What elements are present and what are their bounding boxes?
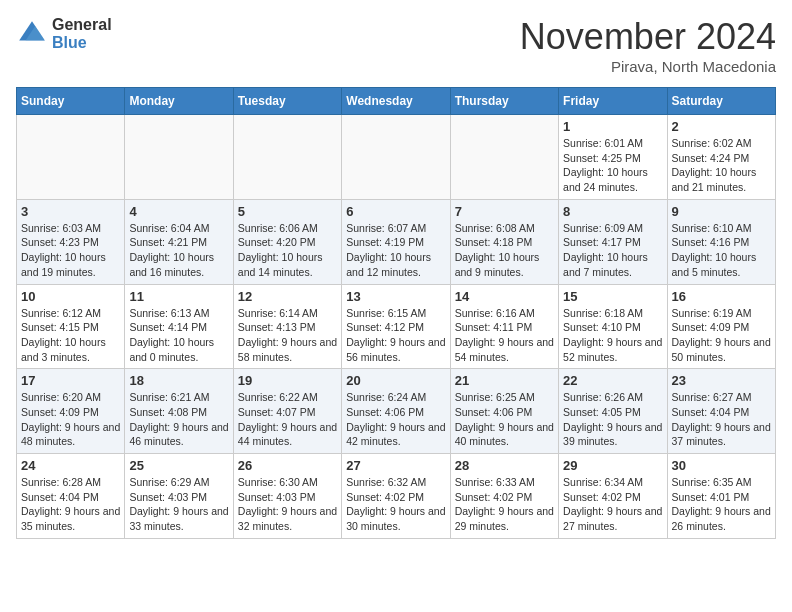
day-info: Sunrise: 6:14 AM Sunset: 4:13 PM Dayligh… bbox=[238, 306, 337, 365]
calendar-week-row: 24Sunrise: 6:28 AM Sunset: 4:04 PM Dayli… bbox=[17, 454, 776, 539]
calendar-week-row: 1Sunrise: 6:01 AM Sunset: 4:25 PM Daylig… bbox=[17, 115, 776, 200]
day-info: Sunrise: 6:10 AM Sunset: 4:16 PM Dayligh… bbox=[672, 221, 771, 280]
day-number: 23 bbox=[672, 373, 771, 388]
calendar-cell bbox=[125, 115, 233, 200]
calendar-header-row: SundayMondayTuesdayWednesdayThursdayFrid… bbox=[17, 88, 776, 115]
day-number: 14 bbox=[455, 289, 554, 304]
calendar-cell: 13Sunrise: 6:15 AM Sunset: 4:12 PM Dayli… bbox=[342, 284, 450, 369]
day-info: Sunrise: 6:01 AM Sunset: 4:25 PM Dayligh… bbox=[563, 136, 662, 195]
calendar-cell: 19Sunrise: 6:22 AM Sunset: 4:07 PM Dayli… bbox=[233, 369, 341, 454]
calendar-cell: 18Sunrise: 6:21 AM Sunset: 4:08 PM Dayli… bbox=[125, 369, 233, 454]
calendar-cell: 23Sunrise: 6:27 AM Sunset: 4:04 PM Dayli… bbox=[667, 369, 775, 454]
day-number: 9 bbox=[672, 204, 771, 219]
calendar-cell bbox=[17, 115, 125, 200]
month-title: November 2024 bbox=[520, 16, 776, 58]
day-number: 25 bbox=[129, 458, 228, 473]
day-info: Sunrise: 6:03 AM Sunset: 4:23 PM Dayligh… bbox=[21, 221, 120, 280]
day-number: 5 bbox=[238, 204, 337, 219]
day-number: 8 bbox=[563, 204, 662, 219]
calendar-cell: 2Sunrise: 6:02 AM Sunset: 4:24 PM Daylig… bbox=[667, 115, 775, 200]
day-info: Sunrise: 6:30 AM Sunset: 4:03 PM Dayligh… bbox=[238, 475, 337, 534]
calendar-table: SundayMondayTuesdayWednesdayThursdayFrid… bbox=[16, 87, 776, 539]
calendar-cell: 20Sunrise: 6:24 AM Sunset: 4:06 PM Dayli… bbox=[342, 369, 450, 454]
calendar-cell bbox=[450, 115, 558, 200]
day-info: Sunrise: 6:07 AM Sunset: 4:19 PM Dayligh… bbox=[346, 221, 445, 280]
day-info: Sunrise: 6:02 AM Sunset: 4:24 PM Dayligh… bbox=[672, 136, 771, 195]
day-number: 29 bbox=[563, 458, 662, 473]
calendar-cell: 9Sunrise: 6:10 AM Sunset: 4:16 PM Daylig… bbox=[667, 199, 775, 284]
calendar-cell: 10Sunrise: 6:12 AM Sunset: 4:15 PM Dayli… bbox=[17, 284, 125, 369]
day-number: 13 bbox=[346, 289, 445, 304]
calendar-cell: 16Sunrise: 6:19 AM Sunset: 4:09 PM Dayli… bbox=[667, 284, 775, 369]
day-number: 22 bbox=[563, 373, 662, 388]
calendar-cell: 15Sunrise: 6:18 AM Sunset: 4:10 PM Dayli… bbox=[559, 284, 667, 369]
day-info: Sunrise: 6:28 AM Sunset: 4:04 PM Dayligh… bbox=[21, 475, 120, 534]
day-info: Sunrise: 6:26 AM Sunset: 4:05 PM Dayligh… bbox=[563, 390, 662, 449]
calendar-cell: 24Sunrise: 6:28 AM Sunset: 4:04 PM Dayli… bbox=[17, 454, 125, 539]
day-info: Sunrise: 6:22 AM Sunset: 4:07 PM Dayligh… bbox=[238, 390, 337, 449]
day-info: Sunrise: 6:34 AM Sunset: 4:02 PM Dayligh… bbox=[563, 475, 662, 534]
day-info: Sunrise: 6:06 AM Sunset: 4:20 PM Dayligh… bbox=[238, 221, 337, 280]
day-number: 20 bbox=[346, 373, 445, 388]
day-info: Sunrise: 6:32 AM Sunset: 4:02 PM Dayligh… bbox=[346, 475, 445, 534]
day-number: 11 bbox=[129, 289, 228, 304]
calendar-header-sunday: Sunday bbox=[17, 88, 125, 115]
calendar-header-thursday: Thursday bbox=[450, 88, 558, 115]
day-number: 17 bbox=[21, 373, 120, 388]
calendar-cell: 22Sunrise: 6:26 AM Sunset: 4:05 PM Dayli… bbox=[559, 369, 667, 454]
page-header: General Blue November 2024 Pirava, North… bbox=[16, 16, 776, 75]
day-info: Sunrise: 6:13 AM Sunset: 4:14 PM Dayligh… bbox=[129, 306, 228, 365]
calendar-cell: 17Sunrise: 6:20 AM Sunset: 4:09 PM Dayli… bbox=[17, 369, 125, 454]
location: Pirava, North Macedonia bbox=[520, 58, 776, 75]
calendar-cell: 11Sunrise: 6:13 AM Sunset: 4:14 PM Dayli… bbox=[125, 284, 233, 369]
day-info: Sunrise: 6:21 AM Sunset: 4:08 PM Dayligh… bbox=[129, 390, 228, 449]
day-info: Sunrise: 6:09 AM Sunset: 4:17 PM Dayligh… bbox=[563, 221, 662, 280]
calendar-cell: 8Sunrise: 6:09 AM Sunset: 4:17 PM Daylig… bbox=[559, 199, 667, 284]
calendar-cell bbox=[342, 115, 450, 200]
logo-blue-text: Blue bbox=[52, 34, 112, 52]
day-info: Sunrise: 6:18 AM Sunset: 4:10 PM Dayligh… bbox=[563, 306, 662, 365]
day-info: Sunrise: 6:19 AM Sunset: 4:09 PM Dayligh… bbox=[672, 306, 771, 365]
logo: General Blue bbox=[16, 16, 112, 51]
calendar-cell bbox=[233, 115, 341, 200]
day-number: 3 bbox=[21, 204, 120, 219]
calendar-cell: 26Sunrise: 6:30 AM Sunset: 4:03 PM Dayli… bbox=[233, 454, 341, 539]
day-info: Sunrise: 6:33 AM Sunset: 4:02 PM Dayligh… bbox=[455, 475, 554, 534]
calendar-cell: 7Sunrise: 6:08 AM Sunset: 4:18 PM Daylig… bbox=[450, 199, 558, 284]
day-number: 7 bbox=[455, 204, 554, 219]
day-number: 15 bbox=[563, 289, 662, 304]
logo-general-text: General bbox=[52, 16, 112, 34]
calendar-week-row: 17Sunrise: 6:20 AM Sunset: 4:09 PM Dayli… bbox=[17, 369, 776, 454]
calendar-cell: 25Sunrise: 6:29 AM Sunset: 4:03 PM Dayli… bbox=[125, 454, 233, 539]
day-number: 4 bbox=[129, 204, 228, 219]
day-info: Sunrise: 6:16 AM Sunset: 4:11 PM Dayligh… bbox=[455, 306, 554, 365]
day-number: 30 bbox=[672, 458, 771, 473]
day-number: 12 bbox=[238, 289, 337, 304]
calendar-header-monday: Monday bbox=[125, 88, 233, 115]
day-number: 10 bbox=[21, 289, 120, 304]
calendar-header-saturday: Saturday bbox=[667, 88, 775, 115]
day-info: Sunrise: 6:29 AM Sunset: 4:03 PM Dayligh… bbox=[129, 475, 228, 534]
logo-icon bbox=[16, 18, 48, 50]
day-info: Sunrise: 6:24 AM Sunset: 4:06 PM Dayligh… bbox=[346, 390, 445, 449]
day-info: Sunrise: 6:04 AM Sunset: 4:21 PM Dayligh… bbox=[129, 221, 228, 280]
day-number: 27 bbox=[346, 458, 445, 473]
day-number: 24 bbox=[21, 458, 120, 473]
calendar-cell: 14Sunrise: 6:16 AM Sunset: 4:11 PM Dayli… bbox=[450, 284, 558, 369]
day-number: 28 bbox=[455, 458, 554, 473]
day-number: 18 bbox=[129, 373, 228, 388]
title-area: November 2024 Pirava, North Macedonia bbox=[520, 16, 776, 75]
day-number: 16 bbox=[672, 289, 771, 304]
day-info: Sunrise: 6:15 AM Sunset: 4:12 PM Dayligh… bbox=[346, 306, 445, 365]
calendar-cell: 1Sunrise: 6:01 AM Sunset: 4:25 PM Daylig… bbox=[559, 115, 667, 200]
day-number: 19 bbox=[238, 373, 337, 388]
day-number: 1 bbox=[563, 119, 662, 134]
calendar-cell: 27Sunrise: 6:32 AM Sunset: 4:02 PM Dayli… bbox=[342, 454, 450, 539]
day-number: 21 bbox=[455, 373, 554, 388]
day-info: Sunrise: 6:35 AM Sunset: 4:01 PM Dayligh… bbox=[672, 475, 771, 534]
day-number: 26 bbox=[238, 458, 337, 473]
calendar-week-row: 10Sunrise: 6:12 AM Sunset: 4:15 PM Dayli… bbox=[17, 284, 776, 369]
calendar-cell: 29Sunrise: 6:34 AM Sunset: 4:02 PM Dayli… bbox=[559, 454, 667, 539]
day-info: Sunrise: 6:12 AM Sunset: 4:15 PM Dayligh… bbox=[21, 306, 120, 365]
day-number: 2 bbox=[672, 119, 771, 134]
